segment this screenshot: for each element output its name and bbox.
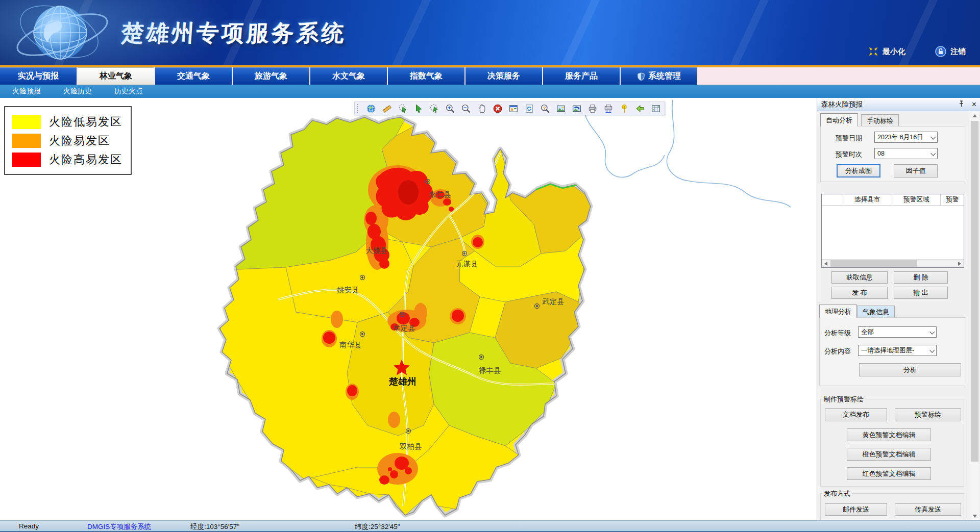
- back-arrow-icon[interactable]: [635, 104, 645, 113]
- hscroll-thumb[interactable]: [830, 260, 917, 267]
- print-icon[interactable]: [587, 104, 597, 113]
- svg-text:禄丰县: 禄丰县: [479, 366, 501, 374]
- publish-button[interactable]: 发 布: [831, 287, 888, 299]
- svg-text:南华县: 南华县: [339, 341, 362, 349]
- warning-table[interactable]: 选择县市 预警区域 预警: [821, 194, 964, 268]
- analyze-button[interactable]: 分析: [859, 363, 961, 376]
- warning-date-combo[interactable]: 2023年 6月16日: [874, 132, 938, 143]
- chevron-down-icon: [930, 151, 936, 156]
- pan-hand-icon[interactable]: [477, 104, 486, 113]
- scroll-up-icon[interactable]: [970, 111, 979, 120]
- export-button[interactable]: 输 出: [894, 287, 948, 299]
- analysis-content-combo[interactable]: 一请选择地理图层-: [858, 345, 937, 356]
- warning-plot-button[interactable]: 预警标绘: [895, 408, 961, 421]
- hscroll-right-icon[interactable]: [955, 260, 964, 267]
- tab-forestry-weather[interactable]: 林业气象: [78, 67, 154, 85]
- tab-system-admin[interactable]: 系统管理: [621, 67, 697, 85]
- doc-publish-button[interactable]: 文档发布: [825, 408, 887, 421]
- toolbar-grip[interactable]: [357, 104, 359, 113]
- analysis-level-label: 分析等级: [824, 328, 851, 338]
- status-bar: Ready DMGIS专项服务系统 经度:103°56'57" 纬度:25°32…: [0, 520, 980, 532]
- map-toolbar: ? !: [354, 102, 665, 115]
- table-header-row: 选择县市 预警区域 预警: [822, 194, 964, 206]
- overview-window-icon[interactable]: [508, 104, 518, 113]
- scroll-down-icon[interactable]: [970, 512, 979, 520]
- main-content: 永仁县 元谋县 大姚县 姚安县 武定县 南华县 牟定县 禄丰县 双柏县 楚雄州 …: [0, 98, 980, 520]
- flag-pin-icon[interactable]: !: [619, 104, 629, 113]
- svg-text:?: ?: [543, 105, 546, 110]
- warning-date-label: 预警日期: [836, 134, 862, 143]
- analysis-level-combo[interactable]: 全部: [858, 326, 937, 338]
- panel-scrollbar[interactable]: [970, 111, 978, 520]
- sub-nav: 火险预报 火险历史 历史火点: [0, 85, 980, 98]
- tab-decision-service[interactable]: 决策服务: [465, 67, 542, 85]
- pin-icon[interactable]: [958, 100, 965, 108]
- select-circle-icon[interactable]: [398, 104, 407, 113]
- legend-swatch-orange: [12, 134, 41, 148]
- table-hscrollbar[interactable]: [822, 259, 964, 267]
- zoom-in-icon[interactable]: [445, 104, 455, 113]
- fax-send-button[interactable]: 传真发送: [895, 503, 961, 516]
- subnav-fire-forecast[interactable]: 火险预报: [9, 87, 44, 96]
- legend-item-mid: 火险易发区: [12, 131, 125, 150]
- get-info-button[interactable]: 获取信息: [831, 271, 888, 284]
- orange-doc-button[interactable]: 橙色预警文档编辑: [847, 448, 931, 461]
- select-polygon-icon[interactable]: [429, 104, 439, 113]
- map-legend: 火险低易发区 火险易发区 火险高易发区: [4, 106, 132, 175]
- refresh-map-icon[interactable]: [524, 104, 534, 113]
- globe-icon[interactable]: [366, 104, 376, 113]
- analysis-content-label: 分析内容: [824, 347, 851, 356]
- logout-button[interactable]: 注销: [935, 46, 966, 57]
- tab-hydrology-weather[interactable]: 水文气象: [310, 67, 387, 85]
- minimize-button[interactable]: 最小化: [868, 46, 905, 57]
- hscroll-left-icon[interactable]: [822, 260, 830, 267]
- globe-logo-icon: [9, 1, 121, 64]
- yellow-doc-button[interactable]: 黄色预警文档编辑: [847, 428, 931, 441]
- tab-traffic-weather[interactable]: 交通气象: [155, 67, 232, 85]
- identify-icon[interactable]: ?: [540, 104, 550, 113]
- image-export-icon[interactable]: [556, 104, 566, 113]
- clear-stop-icon[interactable]: [493, 104, 502, 113]
- table-header-region: 预警区域: [892, 194, 941, 205]
- tab-tourism-weather[interactable]: 旅游气象: [233, 67, 309, 85]
- river-lines: [584, 100, 791, 207]
- analyze-map-button[interactable]: 分析成图: [837, 164, 880, 178]
- status-system-link[interactable]: DMGIS专项服务系统: [87, 522, 151, 531]
- red-doc-button[interactable]: 红色预警文档编辑: [847, 467, 931, 480]
- publish-method-label: 发布方式: [822, 489, 852, 498]
- chevron-down-icon: [929, 330, 935, 335]
- svg-text:永仁县: 永仁县: [429, 190, 451, 198]
- print-setup-icon[interactable]: [603, 104, 613, 113]
- map-area: 永仁县 元谋县 大姚县 姚安县 武定县 南华县 牟定县 禄丰县 双柏县 楚雄州 …: [0, 98, 817, 520]
- legend-item-high: 火险高易发区: [12, 150, 125, 169]
- minimize-icon: [868, 46, 878, 57]
- email-send-button[interactable]: 邮件发送: [825, 503, 887, 516]
- tab-manual-plot[interactable]: 手动标绘: [861, 114, 899, 126]
- measure-icon[interactable]: [382, 104, 391, 113]
- scroll-thumb[interactable]: [971, 121, 978, 462]
- delete-button[interactable]: 删 除: [894, 271, 948, 284]
- header: 楚雄州专项服务系统 最小化 注销: [0, 0, 980, 65]
- warning-time-label: 预警时次: [836, 150, 862, 159]
- main-nav: 实况与预报 林业气象 交通气象 旅游气象 水文气象 指数气象 决策服务 服务产品…: [0, 67, 980, 85]
- zoom-out-icon[interactable]: [461, 104, 471, 113]
- tab-auto-analysis[interactable]: 自动分析: [820, 113, 858, 126]
- panel-close-icon[interactable]: ×: [972, 100, 976, 109]
- tab-index-weather[interactable]: 指数气象: [388, 67, 464, 85]
- chevron-down-icon: [929, 348, 935, 353]
- tab-realtime-forecast[interactable]: 实况与预报: [0, 67, 77, 85]
- factor-value-button[interactable]: 因子值: [894, 164, 938, 178]
- panel-title: 森林火险预报: [821, 100, 863, 109]
- panel-title-bar: 森林火险预报 ×: [817, 98, 980, 111]
- tab-geo-analysis[interactable]: 地理分析: [819, 305, 857, 318]
- map-layout-icon[interactable]: [651, 104, 660, 113]
- tab-service-product[interactable]: 服务产品: [543, 67, 620, 85]
- table-header-warning: 预警: [941, 194, 964, 205]
- warning-time-combo[interactable]: 08: [874, 148, 938, 159]
- svg-text:牟定县: 牟定县: [393, 324, 415, 332]
- subnav-fire-history[interactable]: 火险历史: [60, 87, 95, 96]
- select-arrow-icon[interactable]: [413, 104, 423, 113]
- tab-weather-info[interactable]: 气象信息: [857, 306, 895, 318]
- subnav-history-firepoints[interactable]: 历史火点: [111, 87, 146, 96]
- redraw-icon[interactable]: [572, 104, 581, 113]
